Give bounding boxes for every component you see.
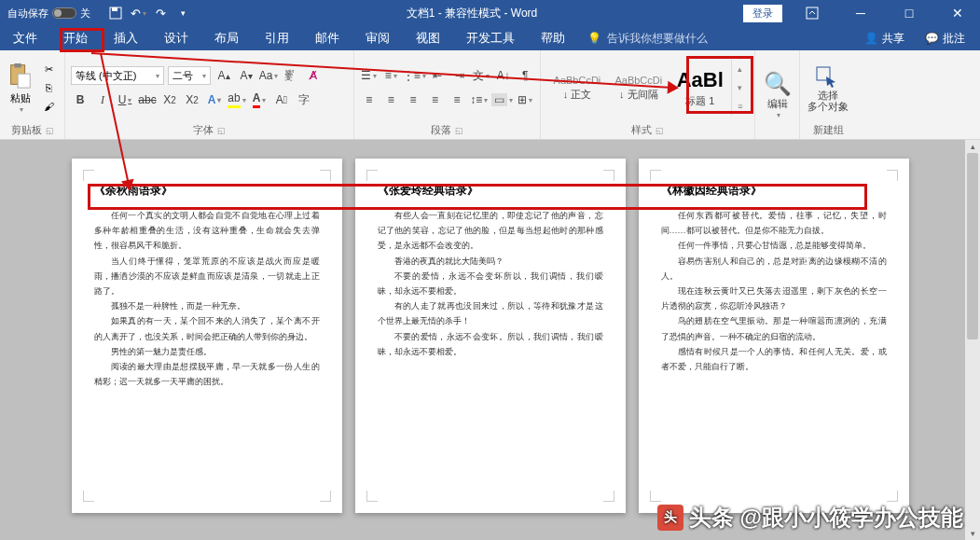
undo-icon[interactable]: ↶▾ xyxy=(130,5,146,21)
borders-button[interactable]: ⊞▾ xyxy=(516,90,534,109)
lightbulb-icon: 💡 xyxy=(587,32,601,45)
tell-me-search[interactable]: 💡 告诉我你想要做什么 xyxy=(587,26,708,50)
select-objects-button[interactable]: 选择 多个对象 xyxy=(807,63,849,112)
change-case-button[interactable]: Aa▾ xyxy=(259,66,278,85)
watermark-icon: 头 xyxy=(657,505,683,531)
menu-view[interactable]: 视图 xyxy=(403,26,453,50)
align-center-button[interactable]: ≡ xyxy=(382,90,401,109)
multilevel-button[interactable]: ⋮≡▾ xyxy=(404,66,424,85)
paragraph-launcher[interactable]: ◱ xyxy=(455,126,463,135)
vertical-scrollbar[interactable]: ▴ ▾ xyxy=(965,140,980,540)
clear-formatting-button[interactable]: A̸ xyxy=(304,66,323,85)
select-icon xyxy=(813,63,843,90)
select-group-label: 新建组 xyxy=(813,123,844,137)
subscript-button[interactable]: X2 xyxy=(160,90,179,109)
close-button[interactable]: ✕ xyxy=(939,0,976,26)
font-name-select[interactable]: 等线 (中文正)▾ xyxy=(71,66,164,85)
menu-developer[interactable]: 开发工具 xyxy=(453,26,528,50)
watermark: 头 头条 @跟小小筱学办公技能 xyxy=(657,503,963,533)
shading-button[interactable]: ▭▾ xyxy=(491,90,512,109)
menu-home[interactable]: 开始 xyxy=(50,26,101,50)
menu-references[interactable]: 引用 xyxy=(252,26,302,50)
menu-insert[interactable]: 插入 xyxy=(101,26,151,50)
align-left-button[interactable]: ≡ xyxy=(360,90,379,109)
font-size-select[interactable]: 二号▾ xyxy=(168,66,211,85)
autosave-toggle[interactable]: 自动保存 关 xyxy=(0,7,98,21)
align-right-button[interactable]: ≡ xyxy=(404,90,422,109)
clipboard-group-label: 剪贴板 xyxy=(11,123,42,137)
menu-design[interactable]: 设计 xyxy=(151,26,201,50)
highlight-button[interactable]: ab▾ xyxy=(228,90,246,109)
enclose-char-button[interactable]: 字 xyxy=(295,90,313,109)
increase-font-button[interactable]: A▴ xyxy=(214,66,233,85)
login-button[interactable]: 登录 xyxy=(743,5,782,22)
window-title: 文档1 - 兼容性模式 - Word xyxy=(200,6,743,21)
menu-help[interactable]: 帮助 xyxy=(528,26,578,50)
page-title: 《林徽因经典语录》 xyxy=(661,183,887,199)
svg-rect-5 xyxy=(18,74,30,88)
phonetic-guide-button[interactable]: 雯wén xyxy=(282,66,300,85)
clipboard-icon xyxy=(6,62,35,91)
font-launcher[interactable]: ◱ xyxy=(217,126,226,135)
comments-button[interactable]: 💬批注 xyxy=(919,29,971,48)
distribute-button[interactable]: ≡ xyxy=(448,90,466,109)
underline-button[interactable]: U▾ xyxy=(116,90,134,109)
char-shading-button[interactable]: A⃞ xyxy=(272,90,291,109)
document-page-1[interactable]: 《余秋雨语录》 任何一个真实的文明人都会自觉不自觉地在心理上过着多种年龄相重叠的… xyxy=(72,159,342,513)
svg-rect-1 xyxy=(112,7,117,11)
font-color-button[interactable]: A▾ xyxy=(250,90,269,109)
styles-group-label: 样式 xyxy=(631,123,652,137)
strikethrough-button[interactable]: abc xyxy=(138,90,157,109)
ribbon-options-icon[interactable] xyxy=(794,0,831,26)
qat-customize-icon[interactable]: ▾ xyxy=(174,5,191,21)
menu-file[interactable]: 文件 xyxy=(0,26,50,50)
maximize-button[interactable]: □ xyxy=(890,0,928,26)
styles-more-icon[interactable]: ≡ xyxy=(738,102,742,111)
styles-down-icon[interactable]: ▾ xyxy=(738,83,742,92)
svg-rect-4 xyxy=(14,63,21,68)
menu-mailings[interactable]: 邮件 xyxy=(302,26,352,50)
cut-button[interactable]: ✂ xyxy=(39,61,58,77)
style-normal[interactable]: AaBbCcDi ↓ 正文 xyxy=(546,60,608,116)
menu-layout[interactable]: 布局 xyxy=(201,26,252,50)
font-group-label: 字体 xyxy=(193,123,214,137)
annotation-arrowhead-1 xyxy=(668,81,680,95)
styles-launcher[interactable]: ◱ xyxy=(656,126,664,135)
format-painter-button[interactable]: 🖌 xyxy=(39,98,58,115)
document-page-2[interactable]: 《张爱玲经典语录》 有些人会一直刻在记忆里的，即使忘记了他的声音，忘记了他的笑容… xyxy=(355,159,626,513)
document-page-3[interactable]: 《林徽因经典语录》 任何东西都可被替代。爱情，往事，记忆，失望，时间……都可以被… xyxy=(639,159,909,513)
save-icon[interactable] xyxy=(107,5,124,21)
page-body: 任何一个真实的文明人都会自觉不自觉地在心理上过着多种年龄相重叠的生活，没有这种重… xyxy=(94,208,320,389)
page-body: 任何东西都可被替代。爱情，往事，记忆，失望，时间……都可以被替代。但是你不能无力… xyxy=(661,208,887,374)
show-marks-button[interactable]: ¶ xyxy=(516,66,534,85)
share-icon: 👤 xyxy=(864,32,878,45)
menu-review[interactable]: 审阅 xyxy=(352,26,403,50)
decrease-indent-button[interactable]: ⇤ xyxy=(428,66,447,85)
redo-icon[interactable]: ↷ xyxy=(152,5,169,21)
editing-button[interactable]: 🔍 编辑 ▾ xyxy=(763,71,793,119)
comment-icon: 💬 xyxy=(925,32,939,45)
svg-rect-2 xyxy=(807,7,818,19)
copy-button[interactable]: ⎘ xyxy=(39,79,58,96)
minimize-button[interactable]: ─ xyxy=(842,0,879,26)
page-title: 《张爱玲经典语录》 xyxy=(378,183,603,199)
decrease-font-button[interactable]: A▾ xyxy=(237,66,255,85)
styles-up-icon[interactable]: ▴ xyxy=(738,64,742,74)
text-effects-button[interactable]: A▾ xyxy=(205,90,224,109)
paste-button[interactable]: 粘贴▾ xyxy=(6,62,35,114)
superscript-button[interactable]: X2 xyxy=(183,90,201,109)
search-icon: 🔍 xyxy=(763,71,793,97)
svg-text:wén: wén xyxy=(285,69,294,74)
line-spacing-button[interactable]: ↕≡▾ xyxy=(470,90,489,109)
bold-button[interactable]: B xyxy=(71,90,90,109)
page-body: 有些人会一直刻在记忆里的，即使忘记了他的声音，忘记了他的笑容，忘记了他的脸，但是… xyxy=(378,208,603,359)
share-button[interactable]: 👤共享 xyxy=(859,29,910,48)
clipboard-launcher[interactable]: ◱ xyxy=(46,126,54,135)
justify-button[interactable]: ≡ xyxy=(426,90,445,109)
paragraph-group-label: 段落 xyxy=(431,123,451,137)
